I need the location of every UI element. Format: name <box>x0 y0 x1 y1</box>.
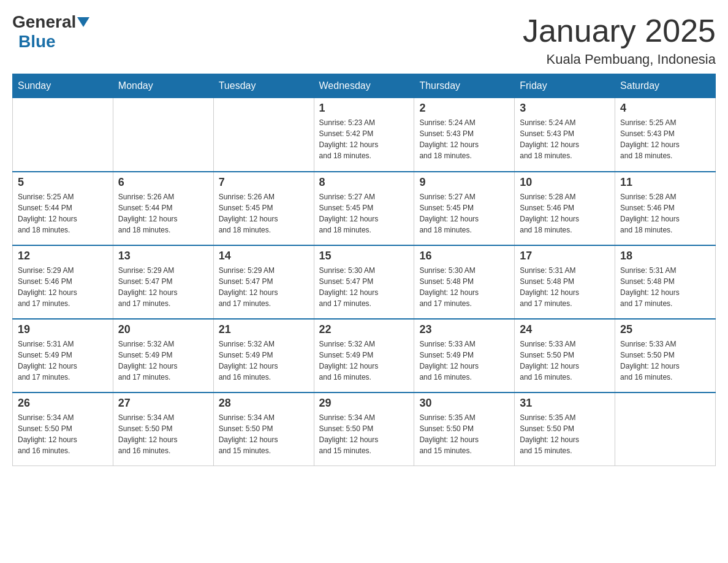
calendar-cell: 25Sunrise: 5:33 AM Sunset: 5:50 PM Dayli… <box>615 319 716 393</box>
calendar-cell: 14Sunrise: 5:29 AM Sunset: 5:47 PM Dayli… <box>213 245 314 319</box>
day-info: Sunrise: 5:34 AM Sunset: 5:50 PM Dayligh… <box>118 412 208 456</box>
calendar-cell: 28Sunrise: 5:34 AM Sunset: 5:50 PM Dayli… <box>213 393 314 466</box>
calendar-cell: 22Sunrise: 5:32 AM Sunset: 5:49 PM Dayli… <box>314 319 414 393</box>
calendar-cell <box>615 393 716 466</box>
day-number: 29 <box>319 397 409 410</box>
calendar-cell <box>13 98 113 172</box>
day-info: Sunrise: 5:29 AM Sunset: 5:47 PM Dayligh… <box>219 265 309 309</box>
day-info: Sunrise: 5:26 AM Sunset: 5:45 PM Dayligh… <box>219 191 309 236</box>
location-title: Kuala Pembuang, Indonesia <box>523 52 716 67</box>
day-info: Sunrise: 5:29 AM Sunset: 5:47 PM Dayligh… <box>118 265 208 309</box>
calendar-cell: 24Sunrise: 5:33 AM Sunset: 5:50 PM Dayli… <box>515 319 615 393</box>
calendar-cell: 4Sunrise: 5:25 AM Sunset: 5:43 PM Daylig… <box>615 98 716 172</box>
header-friday: Friday <box>515 74 615 98</box>
day-number: 1 <box>319 102 409 115</box>
day-info: Sunrise: 5:23 AM Sunset: 5:42 PM Dayligh… <box>319 117 409 161</box>
day-info: Sunrise: 5:30 AM Sunset: 5:47 PM Dayligh… <box>319 265 409 309</box>
week-row-3: 12Sunrise: 5:29 AM Sunset: 5:46 PM Dayli… <box>13 245 716 319</box>
week-row-4: 19Sunrise: 5:31 AM Sunset: 5:49 PM Dayli… <box>13 319 716 393</box>
header-wednesday: Wednesday <box>314 74 414 98</box>
calendar-cell: 8Sunrise: 5:27 AM Sunset: 5:45 PM Daylig… <box>314 172 414 245</box>
week-row-1: 1Sunrise: 5:23 AM Sunset: 5:42 PM Daylig… <box>13 98 716 172</box>
day-number: 13 <box>118 250 208 262</box>
day-number: 27 <box>118 397 208 410</box>
calendar-cell: 21Sunrise: 5:32 AM Sunset: 5:49 PM Dayli… <box>213 319 314 393</box>
day-info: Sunrise: 5:29 AM Sunset: 5:46 PM Dayligh… <box>18 265 108 309</box>
day-number: 31 <box>520 397 610 410</box>
day-number: 8 <box>319 176 409 189</box>
calendar-cell: 31Sunrise: 5:35 AM Sunset: 5:50 PM Dayli… <box>515 393 615 466</box>
header-tuesday: Tuesday <box>213 74 314 98</box>
page-header: General Blue January 2025 Kuala Pembuang… <box>12 12 716 67</box>
calendar-cell: 2Sunrise: 5:24 AM Sunset: 5:43 PM Daylig… <box>414 98 515 172</box>
day-info: Sunrise: 5:24 AM Sunset: 5:43 PM Dayligh… <box>520 117 610 161</box>
calendar-cell <box>113 98 213 172</box>
week-row-5: 26Sunrise: 5:34 AM Sunset: 5:50 PM Dayli… <box>13 393 716 466</box>
calendar-cell: 27Sunrise: 5:34 AM Sunset: 5:50 PM Dayli… <box>113 393 213 466</box>
day-number: 9 <box>419 176 509 189</box>
day-number: 14 <box>219 250 309 262</box>
day-info: Sunrise: 5:26 AM Sunset: 5:44 PM Dayligh… <box>118 191 208 236</box>
calendar-cell: 17Sunrise: 5:31 AM Sunset: 5:48 PM Dayli… <box>515 245 615 319</box>
day-info: Sunrise: 5:31 AM Sunset: 5:48 PM Dayligh… <box>520 265 610 309</box>
calendar-cell: 16Sunrise: 5:30 AM Sunset: 5:48 PM Dayli… <box>414 245 515 319</box>
day-info: Sunrise: 5:32 AM Sunset: 5:49 PM Dayligh… <box>319 339 409 383</box>
day-number: 6 <box>118 176 208 189</box>
day-number: 23 <box>419 323 509 336</box>
logo-triangle-icon <box>77 17 89 27</box>
calendar-cell: 12Sunrise: 5:29 AM Sunset: 5:46 PM Dayli… <box>13 245 113 319</box>
day-number: 10 <box>520 176 610 189</box>
day-number: 19 <box>18 323 108 336</box>
day-info: Sunrise: 5:25 AM Sunset: 5:44 PM Dayligh… <box>18 191 108 236</box>
day-number: 21 <box>219 323 309 336</box>
calendar-cell: 10Sunrise: 5:28 AM Sunset: 5:46 PM Dayli… <box>515 172 615 245</box>
day-info: Sunrise: 5:33 AM Sunset: 5:50 PM Dayligh… <box>620 339 710 383</box>
day-info: Sunrise: 5:34 AM Sunset: 5:50 PM Dayligh… <box>319 412 409 456</box>
day-info: Sunrise: 5:35 AM Sunset: 5:50 PM Dayligh… <box>419 412 509 456</box>
day-info: Sunrise: 5:28 AM Sunset: 5:46 PM Dayligh… <box>620 191 710 236</box>
day-info: Sunrise: 5:33 AM Sunset: 5:50 PM Dayligh… <box>520 339 610 383</box>
day-number: 7 <box>219 176 309 189</box>
week-row-2: 5Sunrise: 5:25 AM Sunset: 5:44 PM Daylig… <box>13 172 716 245</box>
day-number: 16 <box>419 250 509 262</box>
calendar-cell: 11Sunrise: 5:28 AM Sunset: 5:46 PM Dayli… <box>615 172 716 245</box>
day-number: 2 <box>419 102 509 115</box>
day-number: 11 <box>620 176 710 189</box>
calendar-cell: 19Sunrise: 5:31 AM Sunset: 5:49 PM Dayli… <box>13 319 113 393</box>
day-info: Sunrise: 5:35 AM Sunset: 5:50 PM Dayligh… <box>520 412 610 456</box>
day-number: 3 <box>520 102 610 115</box>
calendar-cell: 7Sunrise: 5:26 AM Sunset: 5:45 PM Daylig… <box>213 172 314 245</box>
logo: General Blue <box>12 12 91 52</box>
calendar-table: SundayMondayTuesdayWednesdayThursdayFrid… <box>12 74 716 466</box>
title-section: January 2025 Kuala Pembuang, Indonesia <box>523 12 716 67</box>
calendar-cell: 15Sunrise: 5:30 AM Sunset: 5:47 PM Dayli… <box>314 245 414 319</box>
logo-general-text: General <box>12 12 76 32</box>
header-saturday: Saturday <box>615 74 716 98</box>
day-number: 24 <box>520 323 610 336</box>
header-sunday: Sunday <box>13 74 113 98</box>
day-info: Sunrise: 5:27 AM Sunset: 5:45 PM Dayligh… <box>319 191 409 236</box>
day-number: 15 <box>319 250 409 262</box>
calendar-cell: 6Sunrise: 5:26 AM Sunset: 5:44 PM Daylig… <box>113 172 213 245</box>
calendar-cell: 3Sunrise: 5:24 AM Sunset: 5:43 PM Daylig… <box>515 98 615 172</box>
header-thursday: Thursday <box>414 74 515 98</box>
day-number: 25 <box>620 323 710 336</box>
day-info: Sunrise: 5:31 AM Sunset: 5:48 PM Dayligh… <box>620 265 710 309</box>
day-number: 4 <box>620 102 710 115</box>
calendar-cell: 30Sunrise: 5:35 AM Sunset: 5:50 PM Dayli… <box>414 393 515 466</box>
header-monday: Monday <box>113 74 213 98</box>
day-info: Sunrise: 5:27 AM Sunset: 5:45 PM Dayligh… <box>419 191 509 236</box>
calendar-cell: 9Sunrise: 5:27 AM Sunset: 5:45 PM Daylig… <box>414 172 515 245</box>
day-info: Sunrise: 5:33 AM Sunset: 5:49 PM Dayligh… <box>419 339 509 383</box>
day-number: 5 <box>18 176 108 189</box>
calendar-cell: 26Sunrise: 5:34 AM Sunset: 5:50 PM Dayli… <box>13 393 113 466</box>
day-info: Sunrise: 5:32 AM Sunset: 5:49 PM Dayligh… <box>219 339 309 383</box>
day-number: 22 <box>319 323 409 336</box>
calendar-cell: 13Sunrise: 5:29 AM Sunset: 5:47 PM Dayli… <box>113 245 213 319</box>
day-info: Sunrise: 5:24 AM Sunset: 5:43 PM Dayligh… <box>419 117 509 161</box>
day-info: Sunrise: 5:34 AM Sunset: 5:50 PM Dayligh… <box>18 412 108 456</box>
day-number: 17 <box>520 250 610 262</box>
day-info: Sunrise: 5:30 AM Sunset: 5:48 PM Dayligh… <box>419 265 509 309</box>
calendar-cell: 29Sunrise: 5:34 AM Sunset: 5:50 PM Dayli… <box>314 393 414 466</box>
day-info: Sunrise: 5:34 AM Sunset: 5:50 PM Dayligh… <box>219 412 309 456</box>
